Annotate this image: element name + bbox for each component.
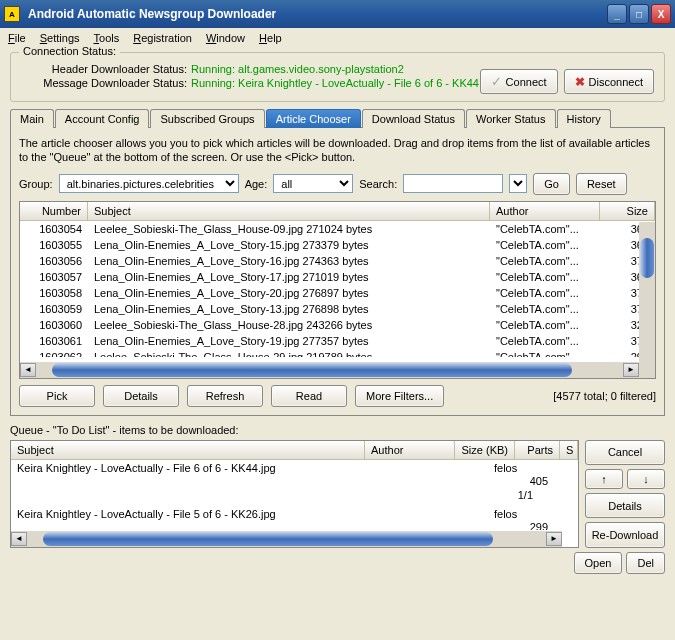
age-select[interactable]: all [273,174,353,193]
qcol-author[interactable]: Author [365,441,455,459]
search-input[interactable] [403,174,503,193]
vscrollbar[interactable] [639,222,655,378]
scroll-left-icon[interactable]: ◄ [20,363,36,377]
qcol-subject[interactable]: Subject [11,441,365,459]
message-status-value: Running: Keira Knightley - LoveActually … [191,77,497,89]
tab-download-status[interactable]: Download Status [362,109,465,128]
tab-main[interactable]: Main [10,109,54,128]
close-button[interactable]: X [651,4,671,24]
maximize-button[interactable]: □ [629,4,649,24]
app-icon: A [4,6,20,22]
window-title: Android Automatic Newsgroup Downloader [26,7,607,21]
article-chooser-panel: The article chooser allows you you to pi… [10,128,665,416]
helptext: The article chooser allows you you to pi… [19,136,656,165]
group-select[interactable]: alt.binaries.pictures.celebrities [59,174,239,193]
pick-button[interactable]: Pick [19,385,95,407]
check-icon: ✓ [491,74,502,89]
scroll-right-icon[interactable]: ► [623,363,639,377]
scroll-left-icon[interactable]: ◄ [11,532,27,546]
tab-worker-status[interactable]: Worker Status [466,109,556,128]
queue-row[interactable]: Keira Knightley - LoveActually - File 5 … [11,506,578,530]
details-button[interactable]: Details [103,385,179,407]
connection-status-group: Connection Status: Header Downloader Sta… [10,52,665,102]
del-button[interactable]: Del [626,552,665,574]
menu-tools[interactable]: Tools [94,32,120,44]
read-button[interactable]: Read [271,385,347,407]
age-label: Age: [245,178,268,190]
table-row[interactable]: 1603059Lena_Olin-Enemies_A_Love_Story-13… [20,301,655,317]
header-status-value: Running: alt.games.video.sony-playstatio… [191,63,404,75]
queue-hscroll-thumb[interactable] [43,532,493,546]
disconnect-button[interactable]: ✖Disconnect [564,69,654,94]
cancel-button[interactable]: Cancel [585,440,665,465]
message-status-label: Message Downloader Status: [21,77,191,89]
tab-article-chooser[interactable]: Article Chooser [266,109,361,128]
tab-account-config[interactable]: Account Config [55,109,150,128]
queue-details-button[interactable]: Details [585,493,665,518]
col-subject[interactable]: Subject [88,202,490,220]
go-button[interactable]: Go [533,173,570,195]
queue-table: Subject Author Size (KB) Parts S Keira K… [10,440,579,548]
table-row[interactable]: 1603058Lena_Olin-Enemies_A_Love_Story-20… [20,285,655,301]
table-row[interactable]: 1603060Leelee_Sobieski-The_Glass_House-2… [20,317,655,333]
filter-row: Group: alt.binaries.pictures.celebrities… [19,173,656,195]
table-row[interactable]: 1603055Lena_Olin-Enemies_A_Love_Story-15… [20,237,655,253]
connect-button[interactable]: ✓Connect [480,69,558,94]
minimize-button[interactable]: _ [607,4,627,24]
titlebar: A Android Automatic Newsgroup Downloader… [0,0,675,28]
vscroll-thumb[interactable] [640,238,654,278]
menu-registration[interactable]: Registration [133,32,192,44]
refresh-button[interactable]: Refresh [187,385,263,407]
queue-hscrollbar[interactable]: ◄ ► [11,531,562,547]
table-row[interactable]: 1603054Leelee_Sobieski-The_Glass_House-0… [20,221,655,237]
search-history-select[interactable] [509,174,527,193]
scroll-right-icon[interactable]: ► [546,532,562,546]
x-icon: ✖ [575,75,585,89]
menu-window[interactable]: Window [206,32,245,44]
table-row[interactable]: 1603062Leelee_Sobieski-The_Glass_House-2… [20,349,655,357]
table-row[interactable]: 1603056Lena_Olin-Enemies_A_Love_Story-16… [20,253,655,269]
summary-text: [4577 total; 0 filtered] [553,390,656,402]
menu-help[interactable]: Help [259,32,282,44]
col-author[interactable]: Author [490,202,600,220]
group-label: Group: [19,178,53,190]
search-label: Search: [359,178,397,190]
queue-row[interactable]: Keira Knightley - LoveActually - File 6 … [11,460,578,506]
table-row[interactable]: 1603057Lena_Olin-Enemies_A_Love_Story-17… [20,269,655,285]
reset-button[interactable]: Reset [576,173,627,195]
open-button[interactable]: Open [574,552,623,574]
move-up-button[interactable]: ↑ [585,469,623,489]
more-filters-button[interactable]: More Filters... [355,385,444,407]
header-status-label: Header Downloader Status: [21,63,191,75]
hscroll-thumb[interactable] [52,363,572,377]
hscrollbar[interactable]: ◄ ► [20,362,639,378]
tab-history[interactable]: History [557,109,611,128]
col-number[interactable]: Number [20,202,88,220]
tab-subscribed-groups[interactable]: Subscribed Groups [150,109,264,128]
col-size[interactable]: Size [600,202,655,220]
menu-settings[interactable]: Settings [40,32,80,44]
move-down-button[interactable]: ↓ [627,469,665,489]
redownload-button[interactable]: Re-Download [585,522,665,547]
qcol-parts[interactable]: Parts [515,441,560,459]
menu-file[interactable]: File [8,32,26,44]
article-table: Number Subject Author Size 1603054Leelee… [19,201,656,379]
table-row[interactable]: 1603061Lena_Olin-Enemies_A_Love_Story-19… [20,333,655,349]
tabs: MainAccount ConfigSubscribed GroupsArtic… [10,108,665,128]
qcol-size[interactable]: Size (KB) [455,441,515,459]
queue-label: Queue - "To Do List" - items to be downl… [10,424,665,436]
connection-legend: Connection Status: [19,45,120,57]
qcol-s[interactable]: S [560,441,578,459]
